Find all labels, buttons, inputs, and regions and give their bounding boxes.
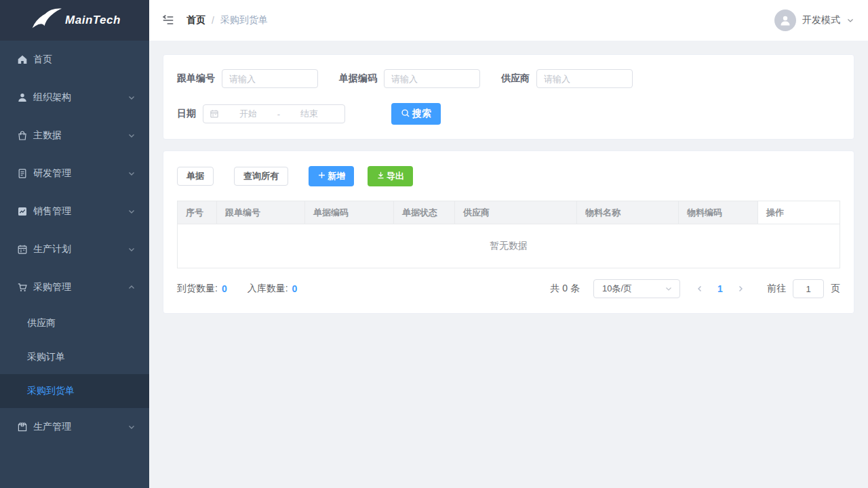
download-icon bbox=[376, 171, 385, 182]
date-start-placeholder: 开始 bbox=[219, 108, 277, 120]
filter-label: 日期 bbox=[177, 108, 196, 120]
table-header-cell: 操作 bbox=[758, 201, 840, 224]
app-logo: MainTech bbox=[0, 0, 149, 41]
user-icon bbox=[17, 92, 28, 103]
chevron-up-icon bbox=[127, 283, 136, 291]
chevron-down-icon bbox=[127, 423, 136, 431]
table-header-cell: 供应商 bbox=[455, 201, 577, 224]
main-area: 首页 / 采购到货单 开发模式 跟单编号 单据编码 bbox=[149, 0, 868, 488]
arrival-count-value: 0 bbox=[222, 283, 227, 294]
sidebar-menu: 首页 组织架构 主数据 研发管理 bbox=[0, 41, 149, 446]
chevron-down-icon bbox=[127, 245, 136, 253]
table-panel: 单据 查询所有 新增 导出 序号 跟单编号 bbox=[163, 150, 854, 314]
box-icon bbox=[17, 422, 28, 432]
next-page-icon[interactable] bbox=[730, 279, 751, 298]
collapse-menu-icon[interactable] bbox=[161, 13, 176, 28]
document-button[interactable]: 单据 bbox=[177, 167, 214, 186]
table-header-cell: 物料名称 bbox=[577, 201, 679, 224]
toolbar: 单据 查询所有 新增 导出 bbox=[177, 166, 840, 186]
pagination: 共 0 条 10条/页 1 前往 bbox=[550, 279, 840, 298]
page-number[interactable]: 1 bbox=[710, 283, 730, 294]
goto-label: 前往 bbox=[767, 283, 786, 295]
chart-icon bbox=[17, 206, 28, 217]
sidebar-item-organization[interactable]: 组织架构 bbox=[0, 79, 149, 117]
user-menu[interactable]: 开发模式 bbox=[774, 9, 854, 31]
inbound-count-label: 入库数量: bbox=[248, 283, 288, 295]
filter-date: 日期 开始 - 结束 bbox=[177, 104, 345, 123]
sidebar: MainTech 首页 组织架构 主数据 bbox=[0, 0, 149, 488]
logo-text: MainTech bbox=[65, 14, 121, 27]
breadcrumb: 首页 / 采购到货单 bbox=[186, 14, 268, 26]
filter-label: 跟单编号 bbox=[177, 73, 215, 85]
supplier-input[interactable] bbox=[536, 69, 633, 88]
data-table: 序号 跟单编号 单据编码 单据状态 供应商 物料名称 物料编码 操作 暂无数据 bbox=[177, 201, 840, 268]
goto-page-input[interactable] bbox=[793, 279, 824, 298]
filter-panel: 跟单编号 单据编码 供应商 日期 bbox=[163, 54, 854, 140]
arrival-count-label: 到货数量: bbox=[177, 283, 218, 295]
table-header-cell: 单据状态 bbox=[394, 201, 455, 224]
sidebar-subitem-purchase-order[interactable]: 采购订单 bbox=[0, 340, 149, 374]
tracking-number-input[interactable] bbox=[222, 69, 318, 88]
filter-supplier: 供应商 bbox=[501, 69, 633, 88]
export-button[interactable]: 导出 bbox=[368, 166, 413, 186]
sidebar-item-rnd-management[interactable]: 研发管理 bbox=[0, 155, 149, 192]
user-name: 开发模式 bbox=[802, 14, 840, 26]
sidebar-item-home[interactable]: 首页 bbox=[0, 41, 149, 79]
date-end-placeholder: 结束 bbox=[280, 108, 338, 120]
prev-page-icon[interactable] bbox=[690, 279, 710, 298]
sidebar-item-sales-management[interactable]: 销售管理 bbox=[0, 192, 149, 230]
table-footer: 到货数量: 0 入库数量: 0 共 0 条 10条/页 bbox=[177, 279, 840, 298]
plus-icon bbox=[317, 171, 326, 182]
sidebar-item-master-data[interactable]: 主数据 bbox=[0, 117, 149, 155]
inbound-count-value: 0 bbox=[292, 283, 298, 294]
date-range-picker[interactable]: 开始 - 结束 bbox=[203, 104, 345, 123]
breadcrumb-home[interactable]: 首页 bbox=[186, 14, 205, 26]
chevron-down-icon bbox=[127, 131, 136, 140]
search-button[interactable]: 搜索 bbox=[391, 103, 441, 125]
filter-label: 供应商 bbox=[501, 73, 530, 85]
search-icon bbox=[401, 108, 410, 120]
bag-icon bbox=[17, 130, 28, 141]
sidebar-subitem-purchase-arrival[interactable]: 采购到货单 bbox=[0, 374, 149, 408]
logo-swoosh-icon bbox=[28, 7, 65, 33]
table-header-cell: 跟单编号 bbox=[217, 201, 305, 224]
sidebar-item-production-management[interactable]: 生产管理 bbox=[0, 408, 149, 446]
total-count: 共 0 条 bbox=[550, 283, 580, 295]
chevron-down-icon bbox=[127, 94, 136, 102]
page-content: 跟单编号 单据编码 供应商 日期 bbox=[149, 41, 868, 488]
document-code-input[interactable] bbox=[384, 69, 480, 88]
cart-icon bbox=[17, 282, 28, 293]
filter-tracking-number: 跟单编号 bbox=[177, 69, 318, 88]
breadcrumb-current: 采购到货单 bbox=[220, 14, 268, 26]
page-size-select[interactable]: 10条/页 bbox=[593, 279, 680, 298]
document-icon bbox=[17, 168, 28, 179]
chevron-down-icon bbox=[127, 169, 136, 178]
sidebar-item-purchase-management[interactable]: 采购管理 bbox=[0, 268, 149, 306]
chevron-down-icon bbox=[846, 16, 854, 24]
filter-document-code: 单据编码 bbox=[339, 69, 480, 88]
sidebar-item-production-plan[interactable]: 生产计划 bbox=[0, 230, 149, 268]
sidebar-subitem-supplier[interactable]: 供应商 bbox=[0, 306, 149, 340]
chevron-down-icon bbox=[127, 207, 136, 216]
table-empty-state: 暂无数据 bbox=[178, 224, 840, 268]
add-button[interactable]: 新增 bbox=[309, 166, 354, 186]
table-header-row: 序号 跟单编号 单据编码 单据状态 供应商 物料名称 物料编码 操作 bbox=[178, 201, 840, 224]
breadcrumb-separator: / bbox=[212, 15, 214, 26]
page-unit-label: 页 bbox=[831, 283, 840, 295]
chevron-down-icon bbox=[665, 285, 673, 293]
avatar bbox=[774, 9, 796, 31]
table-header-cell: 物料编码 bbox=[679, 201, 758, 224]
filter-label: 单据编码 bbox=[339, 73, 377, 85]
home-icon bbox=[17, 54, 28, 65]
table-header-cell: 单据编码 bbox=[305, 201, 394, 224]
calendar-icon bbox=[210, 109, 219, 119]
top-header: 首页 / 采购到货单 开发模式 bbox=[149, 0, 868, 41]
calendar-icon bbox=[17, 244, 28, 255]
query-all-button[interactable]: 查询所有 bbox=[234, 167, 288, 186]
summary-counts: 到货数量: 0 入库数量: 0 bbox=[177, 283, 297, 295]
table-header-cell: 序号 bbox=[178, 201, 217, 224]
